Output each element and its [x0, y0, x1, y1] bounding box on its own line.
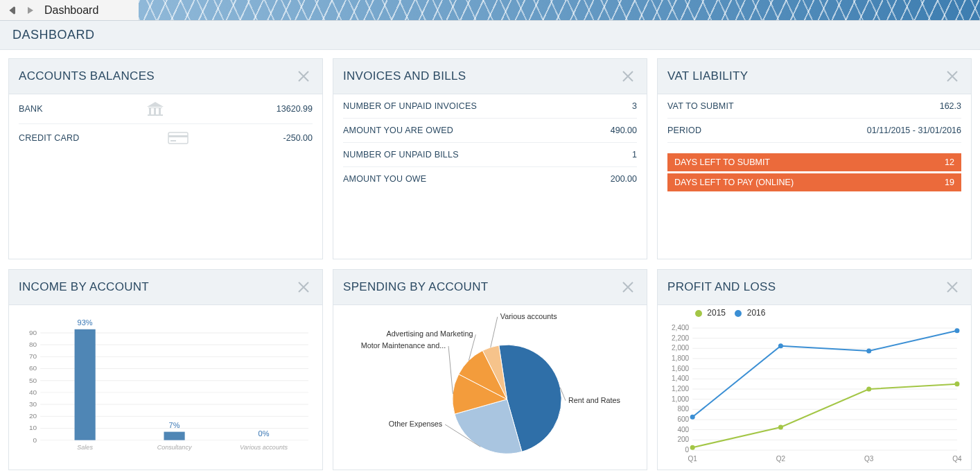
svg-text:30: 30 [29, 400, 37, 408]
legend-dot-2015 [695, 310, 702, 317]
balance-row: CREDIT CARD -250.00 [19, 124, 313, 152]
card-spending-by-account: SPENDING BY ACCOUNT Rent and RatesOther … [333, 269, 647, 470]
svg-text:1,600: 1,600 [672, 365, 690, 372]
row-value: 162.3 [940, 101, 961, 111]
row-label: NUMBER OF UNPAID BILLS [343, 150, 459, 160]
income-bar-chart: 010203040506070809093%Sales7%Consultancy… [16, 311, 315, 464]
balance-label: CREDIT CARD [19, 133, 79, 143]
svg-text:80: 80 [29, 341, 37, 348]
bank-icon [146, 101, 173, 117]
svg-text:50: 50 [29, 377, 37, 384]
alert-label: DAYS LEFT TO SUBMIT [674, 157, 770, 167]
svg-text:1,800: 1,800 [672, 354, 690, 362]
svg-text:0: 0 [685, 446, 690, 454]
card-icon [168, 131, 195, 145]
topbar: Dashboard [0, 0, 980, 21]
alert-value: 12 [945, 157, 954, 167]
row-value: 1 [632, 150, 637, 160]
legend-label: 2015 [707, 308, 726, 318]
svg-rect-2 [168, 132, 188, 144]
svg-point-76 [866, 386, 871, 391]
card-title: VAT LIABILITY [667, 69, 748, 83]
close-icon[interactable] [943, 67, 961, 85]
svg-point-79 [778, 343, 783, 348]
card-title: INCOME BY ACCOUNT [19, 280, 149, 294]
svg-text:800: 800 [677, 405, 689, 413]
pnl-line-chart: 02004006008001,0001,2001,4001,6001,8002,… [665, 325, 964, 464]
card-title: INVOICES AND BILLS [343, 69, 466, 83]
card-profit-and-loss: PROFIT AND LOSS 2015 2016 02004006008001… [657, 269, 972, 470]
row-value: 3 [632, 101, 637, 111]
row-label: AMOUNT YOU OWE [343, 174, 426, 184]
svg-text:Q1: Q1 [688, 455, 697, 463]
balance-row: BANK 13620.99 [19, 94, 313, 124]
svg-text:Advertising and Marketing: Advertising and Marketing [387, 329, 473, 338]
close-icon[interactable] [619, 67, 637, 85]
svg-text:Other Expenses: Other Expenses [389, 420, 443, 428]
svg-text:2,400: 2,400 [672, 325, 690, 332]
pnl-legend: 2015 2016 [667, 305, 961, 318]
svg-point-74 [690, 445, 695, 450]
nav-back-icon[interactable] [7, 4, 19, 17]
svg-point-81 [954, 328, 959, 333]
svg-marker-1 [28, 7, 33, 14]
svg-text:20: 20 [29, 412, 37, 420]
close-icon[interactable] [295, 278, 313, 296]
close-icon[interactable] [943, 278, 961, 296]
nav-forward-icon[interactable] [24, 4, 36, 17]
row-label: NUMBER OF UNPAID INVOICES [343, 101, 477, 111]
svg-point-80 [866, 348, 871, 353]
svg-line-38 [448, 346, 453, 394]
row-label: PERIOD [667, 126, 701, 135]
vat-alert-row: DAYS LEFT TO PAY (ONLINE) 19 [667, 173, 961, 191]
svg-text:400: 400 [677, 426, 689, 433]
invoice-row: NUMBER OF UNPAID BILLS 1 [343, 143, 637, 167]
card-title: SPENDING BY ACCOUNT [343, 280, 488, 294]
svg-text:600: 600 [677, 415, 689, 423]
close-icon[interactable] [619, 278, 637, 296]
svg-text:Consultancy: Consultancy [157, 444, 192, 451]
svg-text:Motor Maintenance and...: Motor Maintenance and... [361, 341, 446, 350]
card-vat-liability: VAT LIABILITY VAT TO SUBMIT 162.3 PERIOD… [657, 58, 972, 259]
close-icon[interactable] [295, 67, 313, 85]
svg-text:10: 10 [29, 424, 37, 431]
svg-text:40: 40 [29, 388, 37, 396]
svg-text:Q3: Q3 [864, 455, 874, 463]
card-invoices-bills: INVOICES AND BILLS NUMBER OF UNPAID INVO… [333, 58, 647, 259]
svg-text:7%: 7% [169, 421, 180, 429]
card-accounts-balances: ACCOUNTS BALANCES BANK 13620.99 CREDIT C… [8, 58, 323, 259]
svg-text:0: 0 [33, 436, 37, 444]
alert-value: 19 [945, 178, 954, 187]
invoice-row: AMOUNT YOU OWE 200.00 [343, 167, 637, 191]
vat-row: PERIOD 01/11/2015 - 31/01/2016 [667, 119, 961, 143]
row-value: 01/11/2015 - 31/01/2016 [867, 126, 961, 135]
breadcrumb-title: Dashboard [44, 4, 98, 17]
row-label: VAT TO SUBMIT [667, 101, 734, 111]
invoice-row: AMOUNT YOU ARE OWED 490.00 [343, 119, 637, 143]
svg-point-77 [954, 381, 959, 386]
svg-text:0%: 0% [259, 429, 270, 438]
svg-text:Various accounts: Various accounts [240, 444, 288, 451]
vat-alert-row: DAYS LEFT TO SUBMIT 12 [667, 153, 961, 171]
svg-rect-4 [170, 140, 176, 141]
balance-label: BANK [19, 104, 43, 114]
svg-rect-25 [75, 329, 96, 440]
svg-text:90: 90 [29, 329, 37, 336]
svg-point-75 [778, 424, 783, 429]
dashboard-grid: ACCOUNTS BALANCES BANK 13620.99 CREDIT C… [0, 50, 980, 473]
svg-text:70: 70 [29, 352, 37, 360]
balance-value: 13620.99 [277, 104, 313, 114]
row-value: 490.00 [611, 126, 637, 135]
svg-text:93%: 93% [78, 318, 93, 327]
svg-rect-3 [168, 135, 188, 137]
legend-dot-2016 [735, 310, 742, 317]
legend-label: 2016 [747, 308, 766, 318]
page-title: DASHBOARD [0, 21, 980, 50]
alert-label: DAYS LEFT TO PAY (ONLINE) [674, 178, 794, 187]
svg-text:Rent and Rates: Rent and Rates [568, 396, 621, 404]
card-income-by-account: INCOME BY ACCOUNT 010203040506070809093%… [8, 269, 323, 470]
spending-pie-chart: Rent and RatesOther ExpensesMotor Mainte… [340, 311, 640, 464]
svg-line-42 [491, 317, 498, 347]
balance-value: -250.00 [283, 133, 313, 143]
svg-text:200: 200 [677, 436, 689, 443]
